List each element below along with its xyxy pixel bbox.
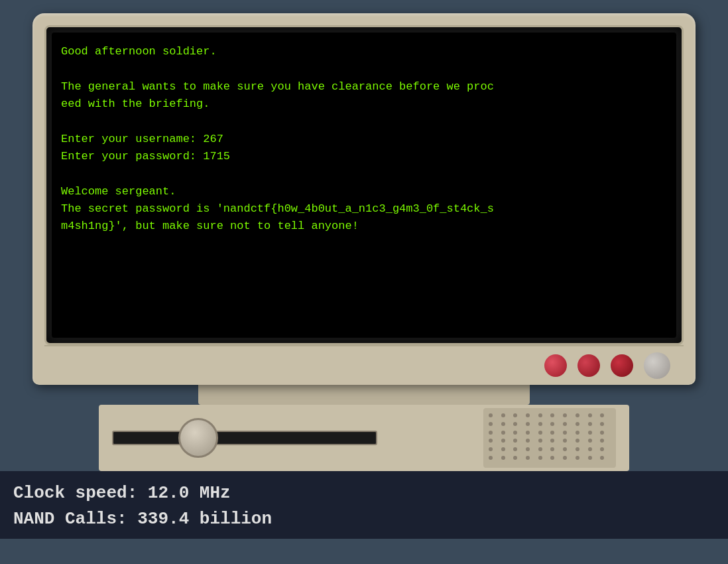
monitor-wrapper: Good afternoon soldier. The general want…: [0, 0, 728, 471]
speaker-dot: [563, 439, 567, 443]
red-button-2[interactable]: [577, 354, 600, 377]
speaker-dot: [526, 431, 530, 435]
monitor-stand-top: [198, 385, 530, 405]
speaker-dot: [600, 413, 604, 417]
gray-button[interactable]: [644, 352, 670, 379]
speaker-dot: [550, 413, 554, 417]
speaker-dot: [550, 422, 554, 426]
speaker-dot: [600, 431, 604, 435]
speaker-dot: [501, 422, 505, 426]
clock-speed-text: Clock speed: 12.0 MHz: [13, 480, 715, 506]
speaker-dot: [588, 431, 592, 435]
speaker-dot: [526, 413, 530, 417]
red-button-1[interactable]: [544, 354, 567, 377]
terminal-output: Good afternoon soldier. The general want…: [61, 43, 667, 236]
disk-slot-1: [112, 431, 377, 445]
speaker-dot: [538, 422, 542, 426]
speaker-dot: [563, 422, 567, 426]
speaker-dot: [550, 431, 554, 435]
speaker-dot: [563, 413, 567, 417]
speaker-dot: [576, 456, 579, 460]
speaker-dot: [538, 439, 542, 443]
speaker-dot: [501, 456, 505, 460]
speaker-dot: [526, 439, 530, 443]
speaker-dot: [550, 456, 554, 460]
speaker-dot: [600, 447, 604, 451]
nand-calls-text: NAND Calls: 339.4 billion: [13, 506, 715, 532]
speaker-dot: [526, 456, 530, 460]
speaker-dot: [563, 456, 567, 460]
speaker-dot: [576, 422, 579, 426]
speaker-dot: [588, 413, 592, 417]
speaker-dot: [526, 447, 530, 451]
disk-slot-area: [112, 431, 470, 445]
speaker-dot: [600, 456, 604, 460]
speaker-dot: [501, 439, 505, 443]
speaker-dot: [563, 447, 567, 451]
speaker-dot: [576, 431, 579, 435]
speaker-dot: [550, 447, 554, 451]
speaker-dot: [513, 413, 517, 417]
speaker-dot: [513, 447, 517, 451]
status-bar: Clock speed: 12.0 MHz NAND Calls: 339.4 …: [0, 471, 728, 539]
monitor-bottom-panel: [44, 345, 684, 385]
monitor-stand-bottom: [99, 405, 629, 471]
speaker-dot: [489, 413, 493, 417]
speaker-dot: [588, 422, 592, 426]
monitor-outer: Good afternoon soldier. The general want…: [32, 13, 696, 385]
screen: Good afternoon soldier. The general want…: [52, 33, 676, 338]
disk-drive-circle: [178, 418, 218, 458]
speaker-dot: [538, 447, 542, 451]
speaker-dot: [538, 431, 542, 435]
speaker-dot: [588, 439, 592, 443]
speaker-dot: [489, 456, 493, 460]
speaker-dot: [501, 431, 505, 435]
speaker-grid: [483, 408, 616, 468]
speaker-dot: [600, 422, 604, 426]
speaker-dot: [513, 456, 517, 460]
red-button-3[interactable]: [611, 354, 633, 377]
speaker-dot: [576, 439, 579, 443]
speaker-dot: [489, 431, 493, 435]
speaker-dot: [513, 422, 517, 426]
speaker-dot: [538, 413, 542, 417]
speaker-dot: [489, 447, 493, 451]
speaker-dot: [489, 422, 493, 426]
speaker-dot: [513, 431, 517, 435]
speaker-dot: [588, 447, 592, 451]
speaker-dot: [550, 439, 554, 443]
speaker-dot: [501, 413, 505, 417]
speaker-dot: [563, 431, 567, 435]
screen-bezel: Good afternoon soldier. The general want…: [44, 25, 684, 345]
speaker-dot: [576, 413, 579, 417]
speaker-dot: [501, 447, 505, 451]
speaker-dot: [538, 456, 542, 460]
speaker-dot: [576, 447, 579, 451]
speaker-dot: [489, 439, 493, 443]
speaker-dot: [513, 439, 517, 443]
speaker-dot: [526, 422, 530, 426]
speaker-dot: [600, 439, 604, 443]
speaker-dot: [588, 456, 592, 460]
